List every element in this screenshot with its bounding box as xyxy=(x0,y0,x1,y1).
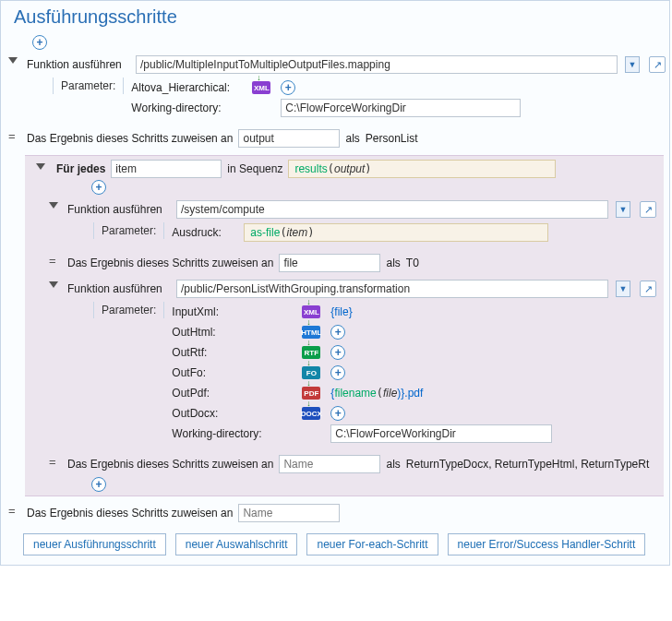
fo-icon: FO xyxy=(302,366,320,379)
in-sequence-label: in Sequenz xyxy=(227,162,282,175)
param-name: Altova_Hierarchical: xyxy=(131,81,242,94)
assign-label: Das Ergebnis dieses Schritts zuweisen an xyxy=(27,507,233,519)
result-type: PersonList xyxy=(366,132,418,145)
param-value: {file} xyxy=(330,305,352,318)
equals-icon: = xyxy=(49,455,56,469)
function-open-icon[interactable]: ↗ xyxy=(649,56,666,73)
html-icon: HTML xyxy=(302,326,320,339)
assign-label: Das Ergebnis dieses Schritts zuweisen an xyxy=(27,132,233,145)
function-label: Funktion ausführen xyxy=(67,282,171,295)
execution-steps-panel: Ausführungsschritte + Funktion ausführen… xyxy=(0,0,670,566)
param-name: OutFo: xyxy=(172,366,292,379)
expression-input[interactable]: as-file(item) xyxy=(244,223,548,242)
param-value: {filename(file)}.pdf xyxy=(330,387,423,400)
collapse-toggle[interactable] xyxy=(49,281,58,288)
als-label: als xyxy=(386,257,400,269)
parameter-label: Parameter: xyxy=(93,222,164,239)
add-param-value-button[interactable]: + xyxy=(281,80,295,95)
step-2: Funktion ausführen ▼ ↗ Parameter: Ausdru… xyxy=(30,197,660,250)
step-1: Funktion ausführen ▼ ↗ Parameter: Altova… xyxy=(1,52,669,125)
step-2-result: = Das Ergebnis dieses Schritts zuweisen … xyxy=(30,250,660,276)
result-var-input[interactable] xyxy=(238,129,340,148)
page-title: Ausführungsschritte xyxy=(14,6,669,28)
xml-icon: XML xyxy=(302,305,320,318)
xml-icon: XML xyxy=(252,81,270,94)
step-3-result: = Das Ergebnis dieses Schritts zuweisen … xyxy=(30,451,660,477)
add-step-button[interactable]: + xyxy=(91,477,106,492)
loop-item-input[interactable] xyxy=(111,160,222,178)
for-each-block: Für jedes in Sequenz results(output) + F… xyxy=(25,155,664,496)
als-label: als xyxy=(345,132,359,145)
function-label: Funktion ausführen xyxy=(67,203,171,216)
step-3: Funktion ausführen ▼ ↗ Parameter: InputX… xyxy=(30,276,660,451)
collapse-toggle[interactable] xyxy=(8,57,18,64)
step-3-params: Parameter: InputXml: XML {file} OutHtml:… xyxy=(93,300,656,449)
function-input[interactable] xyxy=(136,55,618,74)
docx-icon: DOCX xyxy=(302,407,320,420)
als-label: als xyxy=(386,458,400,471)
param-name: InputXml: xyxy=(172,305,292,318)
param-name: Working-directory: xyxy=(172,427,292,440)
result-type: T0 xyxy=(406,257,419,269)
function-dropdown[interactable]: ▼ xyxy=(616,281,630,297)
param-name: OutHtml: xyxy=(172,326,292,339)
sequence-expression[interactable]: results(output) xyxy=(288,160,556,178)
assign-label: Das Ergebnis dieses Schritts zuweisen an xyxy=(67,257,273,269)
param-name: OutPdf: xyxy=(172,387,292,400)
add-param-value-button[interactable]: + xyxy=(330,325,345,340)
result-var-input[interactable] xyxy=(279,254,380,272)
step-1-params: Parameter: Altova_Hierarchical: XML + Wo… xyxy=(53,76,666,124)
add-step-button[interactable]: + xyxy=(32,35,47,50)
pdf-icon: PDF xyxy=(302,387,320,400)
add-param-value-button[interactable]: + xyxy=(330,345,345,360)
function-input[interactable] xyxy=(176,280,608,298)
function-label: Funktion ausführen xyxy=(27,58,130,71)
collapse-toggle[interactable] xyxy=(49,202,58,209)
result-var-input[interactable] xyxy=(279,455,380,473)
result-type: ReturnTypeDocx, ReturnTypeHtml, ReturnTy… xyxy=(406,458,649,471)
equals-icon: = xyxy=(8,129,16,143)
add-step-button[interactable]: + xyxy=(91,180,106,195)
rtf-icon: RTF xyxy=(302,346,320,359)
equals-icon: = xyxy=(8,504,16,518)
parameter-label: Parameter: xyxy=(53,78,124,94)
param-name: Working-directory: xyxy=(131,102,242,114)
new-error-handler-step-button[interactable]: neuer Error/Success Handler-Schritt xyxy=(448,533,646,555)
param-name: OutDocx: xyxy=(172,407,292,420)
assign-label: Das Ergebnis dieses Schritts zuweisen an xyxy=(67,458,273,471)
function-open-icon[interactable]: ↗ xyxy=(640,201,656,218)
parameter-label: Parameter: xyxy=(93,302,164,318)
new-choice-step-button[interactable]: neuer Auswahlschritt xyxy=(175,533,298,555)
for-each-label: Für jedes xyxy=(56,162,105,175)
working-dir-input[interactable] xyxy=(281,99,521,117)
add-param-value-button[interactable]: + xyxy=(330,365,345,380)
add-param-value-button[interactable]: + xyxy=(330,406,345,421)
equals-icon: = xyxy=(49,254,56,268)
loop-result: = Das Ergebnis dieses Schritts zuweisen … xyxy=(1,500,669,526)
result-var-input[interactable] xyxy=(238,504,340,522)
new-foreach-step-button[interactable]: neuer For-each-Schritt xyxy=(306,533,438,555)
function-input[interactable] xyxy=(176,200,608,219)
step-2-params: Parameter: Ausdruck: as-file(item) xyxy=(93,221,656,248)
action-button-bar: neuer Ausführungsschritt neuer Auswahlsc… xyxy=(1,526,669,565)
step-1-result: = Das Ergebnis dieses Schritts zuweisen … xyxy=(1,125,669,151)
function-dropdown[interactable]: ▼ xyxy=(616,201,630,218)
function-open-icon[interactable]: ↗ xyxy=(640,281,656,297)
working-dir-input[interactable] xyxy=(330,424,552,443)
collapse-toggle[interactable] xyxy=(36,163,45,170)
param-name: Ausdruck: xyxy=(172,226,236,239)
new-execution-step-button[interactable]: neuer Ausführungsschritt xyxy=(23,533,166,555)
function-dropdown[interactable]: ▼ xyxy=(625,56,640,73)
param-name: OutRtf: xyxy=(172,346,292,359)
